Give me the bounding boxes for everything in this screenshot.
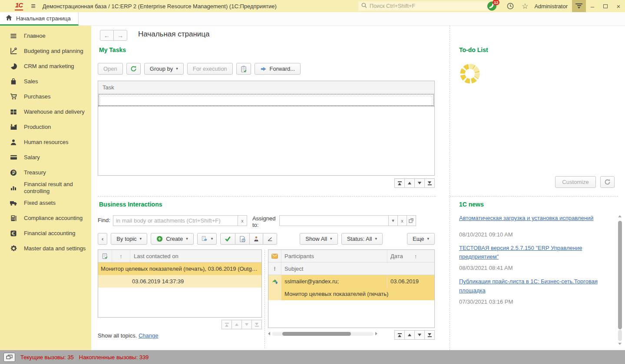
go-top-button[interactable]: [394, 330, 405, 340]
collapse-button[interactable]: ‹: [98, 233, 107, 245]
maximize-button[interactable]: [599, 0, 612, 12]
go-up-button[interactable]: [231, 320, 242, 329]
tab-home[interactable]: Начальная страница: [0, 12, 79, 26]
scroll-thumb[interactable]: [618, 221, 622, 329]
app-window: 1С ≡ Демонстрационная база / 1С:ERP 2 (E…: [0, 0, 625, 364]
more-button[interactable]: Еще▾: [407, 233, 435, 245]
sidebar-item-salary[interactable]: Salary: [0, 150, 91, 165]
business-interactions-heading: Business Interactions: [99, 201, 162, 208]
tasks-empty-selected-row[interactable]: [98, 94, 434, 106]
group-by-button[interactable]: Group by▾: [144, 63, 184, 75]
sidebar-item-purchases[interactable]: Purchases: [0, 89, 91, 104]
sidebar-item-sales[interactable]: Sales: [0, 74, 91, 89]
topic-row-child[interactable]: 03.06.2019 14:37:39: [98, 275, 261, 288]
refresh-button[interactable]: [126, 63, 141, 75]
news-link[interactable]: Публикация прайс-листа в 1С: Бизнес-сеть…: [459, 277, 608, 295]
reviewed-button[interactable]: [220, 233, 235, 245]
go-bottom-button[interactable]: [424, 330, 435, 340]
go-bottom-button[interactable]: [251, 320, 262, 329]
sidebar-item-finacc[interactable]: Financial accounting: [0, 226, 91, 241]
tools-settings-button[interactable]: [572, 0, 586, 12]
mail-header-row-2[interactable]: ! Subject: [268, 262, 434, 275]
sidebar-item-compliance[interactable]: Compliance accounting: [0, 210, 91, 226]
customize-button[interactable]: Customize: [555, 176, 596, 188]
mail-forward-button[interactable]: ▾: [197, 233, 217, 245]
sidebar-item-budgeting[interactable]: Budgeting and planning: [0, 43, 91, 59]
find-clear-button[interactable]: x: [238, 215, 247, 226]
go-down-button[interactable]: [241, 320, 252, 329]
assigned-clear-button[interactable]: x: [398, 215, 407, 226]
sidebar-item-master-data[interactable]: Master data and settings: [0, 241, 91, 256]
accept-task-button[interactable]: [236, 63, 251, 75]
show-all-button[interactable]: Show All▾: [300, 233, 337, 245]
by-topic-button[interactable]: By topic▾: [111, 233, 147, 245]
go-down-button[interactable]: [414, 178, 425, 188]
refresh-icon: [130, 66, 137, 72]
mail-row-participants[interactable]: sslmailer@yandex.ru; 03.06.2019: [268, 275, 434, 288]
scroll-up-icon[interactable]: [618, 215, 622, 217]
find-input[interactable]: [113, 215, 238, 226]
status-filter-button[interactable]: Status: All▾: [341, 233, 383, 245]
forward-task-button[interactable]: Forward...: [255, 63, 301, 75]
sidebar-item-production[interactable]: Production: [0, 119, 91, 134]
topic-row-selected[interactable]: Монитор целевых показателей (печать), 03…: [98, 262, 261, 275]
search-input[interactable]: [370, 3, 488, 9]
assigned-to-input[interactable]: [279, 215, 389, 226]
news-date: 07/30/2021 03:16 PM: [459, 298, 608, 305]
postpone-button[interactable]: [235, 233, 250, 245]
panes-splitter[interactable]: [265, 249, 265, 348]
open-button[interactable]: Open: [98, 63, 123, 75]
mail-horizontal-scrollbar[interactable]: [268, 331, 377, 337]
change-link[interactable]: Change: [139, 332, 159, 339]
pie-chart-icon: [10, 62, 17, 70]
go-top-button[interactable]: [394, 178, 405, 188]
go-top-button[interactable]: [222, 320, 232, 329]
sidebar-item-crm[interactable]: CRM and marketing: [0, 59, 91, 74]
sidebar-item-warehouse[interactable]: Warehouse and delivery: [0, 104, 91, 119]
favorites-icon[interactable]: ☆: [522, 2, 528, 11]
mail-header-row-1[interactable]: Participants Дата↑: [268, 250, 434, 262]
sidebar-item-hr[interactable]: Human resources: [0, 134, 91, 150]
settings-lines-icon: [575, 3, 582, 4]
window-title: Демонстрационная база / 1С:ERP 2 (Enterp…: [43, 3, 277, 10]
angle-button[interactable]: [263, 233, 277, 245]
scroll-left-icon[interactable]: [268, 332, 270, 335]
user-name[interactable]: Administrator: [534, 3, 568, 10]
topics-header-row[interactable]: ↑ Last contacted on: [98, 250, 261, 262]
sidebar-item-glavnoe[interactable]: Главное: [0, 28, 91, 43]
go-down-button[interactable]: [414, 330, 425, 340]
scroll-track[interactable]: [272, 332, 374, 336]
minimize-button[interactable]: –: [586, 0, 599, 12]
main-menu-icon[interactable]: ≡: [31, 2, 36, 10]
assigned-dropdown-button[interactable]: ▾: [389, 215, 398, 226]
create-button[interactable]: Create▾: [151, 233, 194, 245]
scroll-down-icon[interactable]: [618, 343, 622, 345]
performance-indicator-button[interactable]: [3, 353, 15, 362]
assigned-choose-button[interactable]: [407, 215, 416, 226]
back-button[interactable]: ←: [100, 30, 114, 41]
topics-sort-icon[interactable]: ↑: [112, 250, 130, 262]
sidebar-item-finresult[interactable]: Financial result and controlling: [0, 180, 91, 195]
sidebar-item-fixed-assets[interactable]: Fixed assets: [0, 195, 91, 210]
menu-icon: [10, 32, 17, 40]
for-execution-button[interactable]: For execution: [187, 63, 233, 75]
tasks-header-row[interactable]: Task: [98, 81, 434, 94]
service-messages-button[interactable]: 12: [487, 1, 497, 11]
go-bottom-button[interactable]: [424, 178, 435, 188]
history-icon[interactable]: [506, 2, 514, 10]
assigned-to-label: Assigned to:: [252, 215, 278, 229]
mail-row-subject[interactable]: Монитор целевых показателей (печать): [268, 288, 434, 300]
close-button[interactable]: ×: [612, 0, 625, 12]
todo-refresh-button[interactable]: [600, 176, 615, 188]
mail-sort-icon[interactable]: ↑: [414, 253, 417, 259]
news-vertical-scrollbar[interactable]: [617, 215, 622, 345]
news-link[interactable]: Автоматическая загрузка и установка испр…: [459, 214, 593, 223]
news-link[interactable]: ТЕСТОВАЯ версия 2.5.7.150 "ERP Управлени…: [459, 244, 608, 261]
go-up-button[interactable]: [404, 330, 415, 340]
go-up-button[interactable]: [404, 178, 415, 188]
scroll-thumb[interactable]: [282, 332, 351, 336]
forward-button[interactable]: →: [113, 30, 127, 41]
sidebar-item-treasury[interactable]: Treasury: [0, 165, 91, 180]
responsible-button[interactable]: [249, 233, 263, 245]
scroll-right-icon[interactable]: [375, 332, 377, 335]
